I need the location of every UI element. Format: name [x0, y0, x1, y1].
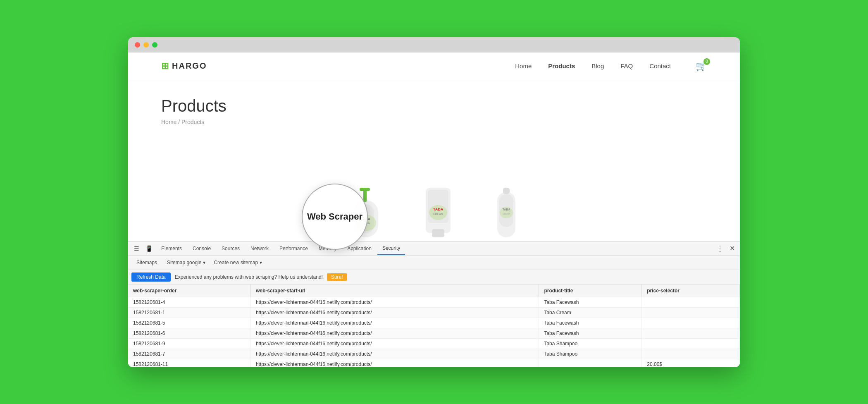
tab-security[interactable]: Security — [377, 242, 405, 255]
product-svg-3: TABA CREAM — [490, 184, 523, 241]
cell-title: Taba Facewash — [539, 318, 642, 328]
table-row: 1582120681-7 https://clever-lichterman-0… — [128, 349, 740, 359]
cell-order: 1582120681-9 — [128, 338, 250, 349]
breadcrumb: Home / Products — [161, 119, 707, 125]
devtools-more-icon[interactable]: ⋮ — [713, 242, 727, 255]
svg-rect-12 — [432, 229, 444, 237]
svg-text:TABA: TABA — [433, 207, 444, 211]
sure-button[interactable]: Sure! — [327, 273, 347, 281]
cell-url: https://clever-lichterman-044f16.netlify… — [250, 318, 539, 328]
nav-blog[interactable]: Blog — [591, 62, 604, 69]
product-svg-2: TABA CREAM — [420, 184, 457, 241]
cell-price — [642, 349, 740, 359]
subtab-create-sitemap[interactable]: Create new sitemap ▾ — [210, 258, 265, 267]
scraper-toolbar: Refresh Data Experienced any problems wi… — [128, 270, 740, 284]
cart-badge: 0 — [703, 58, 710, 65]
cell-url: https://clever-lichterman-044f16.netlify… — [250, 338, 539, 349]
nav-contact[interactable]: Contact — [649, 62, 671, 69]
page-title: Products — [161, 97, 707, 115]
cart-wrapper[interactable]: 🛒 0 — [696, 61, 707, 72]
table-row: 1582120681-5 https://clever-lichterman-0… — [128, 318, 740, 328]
cell-title: Taba Facewash — [539, 297, 642, 307]
chevron-down-icon: ▾ — [203, 260, 205, 265]
traffic-light-minimize[interactable] — [143, 42, 149, 48]
svg-text:CREAM: CREAM — [433, 213, 443, 215]
cell-price — [642, 307, 740, 318]
nav-home[interactable]: Home — [515, 62, 532, 69]
cell-order: 1582120681-11 — [128, 359, 250, 367]
tab-console[interactable]: Console — [188, 242, 216, 255]
nav-faq[interactable]: FAQ — [620, 62, 633, 69]
product-3: TABA CREAM — [490, 184, 523, 241]
cell-url: https://clever-lichterman-044f16.netlify… — [250, 297, 539, 307]
logo-text: HARGO — [172, 61, 207, 71]
cell-order: 1582120681-6 — [128, 328, 250, 338]
devtools-panel: ☰ 📱 Elements Console Sources Network Per… — [128, 241, 740, 367]
cell-order: 1582120681-5 — [128, 318, 250, 328]
chevron-down-icon-2: ▾ — [260, 260, 262, 265]
cell-url: https://clever-lichterman-044f16.netlify… — [250, 359, 539, 367]
web-scraper-circle: Web Scraper — [302, 184, 368, 250]
scraper-subtabs: Sitemaps Sitemap google ▾ Create new sit… — [128, 256, 740, 270]
tab-network[interactable]: Network — [246, 242, 274, 255]
cell-url: https://clever-lichterman-044f16.netlify… — [250, 307, 539, 318]
devtools-close-icon[interactable]: ✕ — [728, 243, 737, 254]
table-header-row: web-scraper-order web-scraper-start-url … — [128, 284, 740, 297]
breadcrumb-separator: / — [178, 119, 180, 125]
web-scraper-label: Web Scraper — [307, 211, 362, 222]
web-scraper-overlay: Web Scraper — [302, 184, 368, 250]
cell-price: 20.00$ — [642, 359, 740, 367]
products-display: TABA CREAM TABA — [128, 171, 740, 241]
col-header-order: web-scraper-order — [128, 284, 250, 297]
table-row: 1582120681-9 https://clever-lichterman-0… — [128, 338, 740, 349]
svg-text:CREAM: CREAM — [503, 213, 510, 215]
col-header-title: product-title — [539, 284, 642, 297]
logo-area: ⊞ HARGO — [161, 61, 207, 72]
tab-sources[interactable]: Sources — [217, 242, 245, 255]
cell-order: 1582120681-4 — [128, 297, 250, 307]
devtools-inspect-icon[interactable]: ☰ — [131, 244, 141, 253]
navbar: ⊞ HARGO Home Products Blog FAQ Contact 🛒… — [128, 53, 740, 80]
subtab-sitemaps[interactable]: Sitemaps — [131, 258, 162, 267]
hero-section: Products Home / Products — [128, 80, 740, 171]
devtools-tabs: ☰ 📱 Elements Console Sources Network Per… — [128, 242, 740, 256]
table-body: 1582120681-4 https://clever-lichterman-0… — [128, 297, 740, 367]
cell-url: https://clever-lichterman-044f16.netlify… — [250, 349, 539, 359]
refresh-data-button[interactable]: Refresh Data — [131, 273, 171, 282]
col-header-price: price-selector — [642, 284, 740, 297]
cell-url: https://clever-lichterman-044f16.netlify… — [250, 328, 539, 338]
cell-title — [539, 359, 642, 367]
cell-price — [642, 297, 740, 307]
tab-elements[interactable]: Elements — [156, 242, 187, 255]
cell-price — [642, 328, 740, 338]
cell-order: 1582120681-7 — [128, 349, 250, 359]
browser-titlebar — [128, 37, 740, 53]
cell-price — [642, 338, 740, 349]
cell-title: Taba Shampoo — [539, 338, 642, 349]
data-table: web-scraper-order web-scraper-start-url … — [128, 284, 740, 367]
nav-products[interactable]: Products — [548, 62, 575, 69]
table-row: 1582120681-6 https://clever-lichterman-0… — [128, 328, 740, 338]
cell-title: Taba Facewash — [539, 328, 642, 338]
col-header-url: web-scraper-start-url — [250, 284, 539, 297]
help-text: Experienced any problems with web scrapi… — [175, 274, 323, 280]
product-img-3: TABA CREAM — [490, 184, 523, 241]
subtab-sitemap-google[interactable]: Sitemap google ▾ — [164, 258, 209, 267]
table-row: 1582120681-1 https://clever-lichterman-0… — [128, 307, 740, 318]
logo-icon: ⊞ — [161, 61, 169, 72]
data-table-wrapper[interactable]: web-scraper-order web-scraper-start-url … — [128, 284, 740, 367]
product-2: TABA CREAM — [420, 184, 457, 241]
traffic-light-fullscreen[interactable] — [152, 42, 157, 48]
traffic-light-close[interactable] — [135, 42, 140, 48]
browser-content: ⊞ HARGO Home Products Blog FAQ Contact 🛒… — [128, 53, 740, 367]
breadcrumb-home[interactable]: Home — [161, 119, 176, 125]
svg-rect-15 — [503, 188, 510, 194]
svg-text:TABA: TABA — [503, 208, 510, 211]
breadcrumb-current: Products — [181, 119, 204, 125]
cell-price — [642, 318, 740, 328]
devtools-mobile-icon[interactable]: 📱 — [144, 244, 154, 253]
product-img-2: TABA CREAM — [420, 184, 457, 241]
cell-order: 1582120681-1 — [128, 307, 250, 318]
browser-window: ⊞ HARGO Home Products Blog FAQ Contact 🛒… — [128, 37, 740, 367]
products-display-wrapper: TABA CREAM TABA — [128, 171, 740, 241]
